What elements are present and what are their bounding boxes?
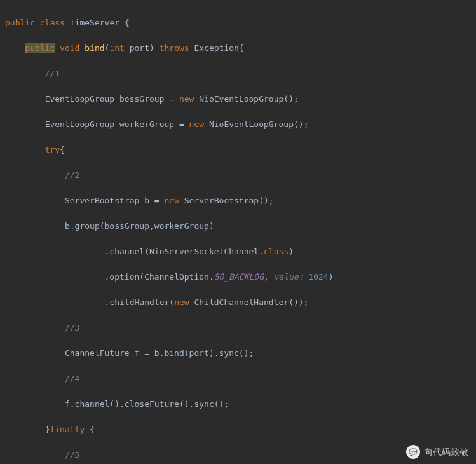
code-line: EventLoopGroup bossGroup = new NioEventL… — [5, 93, 476, 106]
code-line: //3 — [5, 322, 476, 334]
code-line: public void bind(int port) throws Except… — [5, 42, 476, 55]
code-line: .channel(NioServerSocketChannel.class) — [5, 245, 476, 258]
code-line: //4 — [5, 372, 476, 385]
code-line: public class TimeServer { — [5, 17, 476, 29]
watermark-text: 向代码致敬 — [424, 446, 468, 458]
code-line: try{ — [5, 144, 476, 156]
watermark: 💬 向代码致敬 — [406, 445, 468, 459]
code-line: //5 — [5, 449, 476, 461]
code-line: b.group(bossGroup,workerGroup) — [5, 220, 476, 233]
code-line: .childHandler(new ChildChannelHandler())… — [5, 296, 476, 309]
code-line: //2 — [5, 169, 476, 182]
code-line: ServerBootstrap b = new ServerBootstrap(… — [5, 194, 476, 207]
code-line: EventLoopGroup workerGroup = new NioEven… — [5, 118, 476, 131]
code-editor[interactable]: public class TimeServer { public void bi… — [0, 0, 476, 464]
code-line: }finally { — [5, 423, 476, 436]
code-line: .option(ChannelOption.SO_BACKLOG, value:… — [5, 271, 476, 283]
code-line: f.channel().closeFuture().sync(); — [5, 398, 476, 411]
code-line: ChannelFuture f = b.bind(port).sync(); — [5, 347, 476, 360]
code-line: //1 — [5, 67, 476, 80]
wechat-icon: 💬 — [406, 445, 420, 459]
